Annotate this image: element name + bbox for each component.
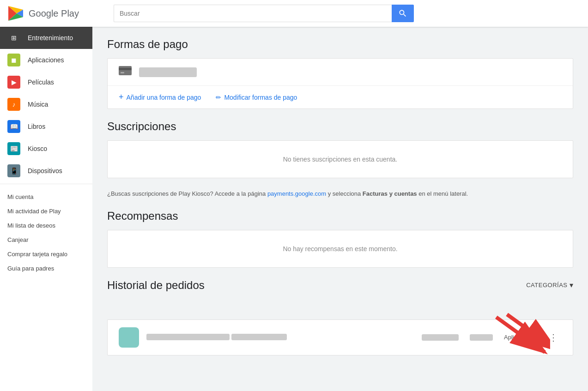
devices-icon: 📱 <box>7 164 20 177</box>
order-meta: Aplicaciones <box>422 334 538 341</box>
credit-card-icon <box>119 66 132 78</box>
google-play-logo-icon <box>7 5 24 22</box>
rewards-empty-state: No hay recompensas en este momento. <box>108 230 573 267</box>
search-icon <box>398 9 407 18</box>
pencil-icon: ✏ <box>216 94 221 101</box>
sidebar-item-label-kiosco: Kiosco <box>28 145 47 152</box>
search-bar <box>114 5 414 22</box>
sidebar-link-my-account[interactable]: Mi cuenta <box>0 190 92 204</box>
books-icon: 📖 <box>7 120 20 133</box>
sidebar-link-wish-list[interactable]: Mi lista de deseos <box>0 218 92 233</box>
plus-icon: + <box>119 92 124 102</box>
sidebar-link-parental-guide[interactable]: Guía para padres <box>0 261 92 276</box>
subscriptions-card: No tienes suscripciones en esta cuenta. <box>107 140 573 178</box>
subscriptions-empty-text: No tienes suscripciones en esta cuenta. <box>283 156 397 163</box>
sidebar-link-gift-card[interactable]: Comprar tarjeta regalo <box>0 247 92 261</box>
orders-card: Aplicaciones ⋮ <box>107 319 573 355</box>
svg-rect-5 <box>119 68 132 70</box>
payment-section-title: Formas de pago <box>107 38 573 51</box>
sidebar-item-music[interactable]: ♪Música <box>0 93 92 115</box>
order-app-name-blurred <box>146 334 230 340</box>
order-info <box>146 332 414 343</box>
categories-button[interactable]: CATEGORÍAS ▾ <box>526 281 573 289</box>
kiosco-icon: 📰 <box>7 142 20 155</box>
sidebar: ⊞Entretenimiento◼Aplicaciones▶Películas♪… <box>0 27 92 391</box>
order-row: Aplicaciones ⋮ <box>108 320 573 355</box>
header: Google Play <box>0 0 588 27</box>
payments-google-link[interactable]: payments.google.com <box>267 190 326 197</box>
sidebar-item-label-apps: Aplicaciones <box>28 56 64 64</box>
order-price-blurred <box>422 334 459 341</box>
order-more-button[interactable]: ⋮ <box>545 331 562 344</box>
svg-rect-6 <box>121 72 124 73</box>
music-icon: ♪ <box>7 98 20 111</box>
sidebar-item-label-music: Música <box>28 101 48 108</box>
search-button[interactable] <box>392 5 414 22</box>
order-date-blurred <box>470 334 493 341</box>
subscriptions-empty-state: No tienes suscripciones en esta cuenta. <box>108 141 573 178</box>
order-sub-blurred <box>231 334 287 340</box>
sidebar-item-movies[interactable]: ▶Películas <box>0 71 92 93</box>
payment-row: ········ <box>108 59 573 86</box>
sidebar-item-label-movies: Películas <box>28 78 54 86</box>
search-input[interactable] <box>114 5 392 22</box>
payment-actions: + Añadir una forma de pago ✏ Modificar f… <box>108 86 573 108</box>
arrow-container: Aplicaciones ⋮ <box>107 319 573 355</box>
sidebar-item-kiosco[interactable]: 📰Kiosco <box>0 138 92 160</box>
modify-payment-label: Modificar formas de pago <box>224 94 297 101</box>
main-content: Formas de pago ········ + Añadir una for… <box>92 27 588 391</box>
subscriptions-section-title: Suscripciones <box>107 120 573 133</box>
sidebar-item-apps[interactable]: ◼Aplicaciones <box>0 49 92 71</box>
sidebar-item-devices[interactable]: 📱Dispositivos <box>0 160 92 182</box>
sidebar-item-label-books: Libros <box>28 123 45 130</box>
orders-section-title: Historial de pedidos <box>107 279 205 292</box>
payment-card-number: ········ <box>139 67 197 77</box>
order-header: Historial de pedidos CATEGORÍAS ▾ <box>107 279 573 292</box>
apps-icon: ◼ <box>7 54 20 66</box>
add-payment-label: Añadir una forma de pago <box>127 94 201 101</box>
payment-card: ········ + Añadir una forma de pago ✏ Mo… <box>107 58 573 109</box>
sidebar-link-redeem[interactable]: Canjear <box>0 233 92 247</box>
chevron-down-icon: ▾ <box>570 281 574 289</box>
add-payment-button[interactable]: + Añadir una forma de pago <box>119 92 201 102</box>
order-app-icon <box>119 327 139 348</box>
rewards-section-title: Recompensas <box>107 210 573 223</box>
rewards-card: No hay recompensas en este momento. <box>107 230 573 268</box>
sidebar-item-books[interactable]: 📖Libros <box>0 115 92 138</box>
sidebar-item-label-devices: Dispositivos <box>28 167 62 174</box>
sidebar-item-entertainment[interactable]: ⊞Entretenimiento <box>0 27 92 49</box>
modify-payment-button[interactable]: ✏ Modificar formas de pago <box>216 94 297 101</box>
sidebar-item-label-entertainment: Entretenimiento <box>28 34 73 42</box>
sidebar-links: Mi cuentaMi actividad de PlayMi lista de… <box>0 184 92 281</box>
sidebar-link-play-activity[interactable]: Mi actividad de Play <box>0 204 92 218</box>
logo-text: Google Play <box>29 8 79 19</box>
order-category-label: Aplicaciones <box>504 334 538 341</box>
subscriptions-hint: ¿Buscas suscripciones de Play Kiosco? Ac… <box>107 189 573 199</box>
movies-icon: ▶ <box>7 76 20 89</box>
entertainment-icon: ⊞ <box>7 31 20 44</box>
rewards-empty-text: No hay recompensas en este momento. <box>283 245 397 253</box>
logo-area: Google Play <box>7 5 104 22</box>
svg-rect-4 <box>119 66 132 75</box>
categories-label: CATEGORÍAS <box>526 282 567 289</box>
layout: ⊞Entretenimiento◼Aplicaciones▶Películas♪… <box>0 27 588 391</box>
